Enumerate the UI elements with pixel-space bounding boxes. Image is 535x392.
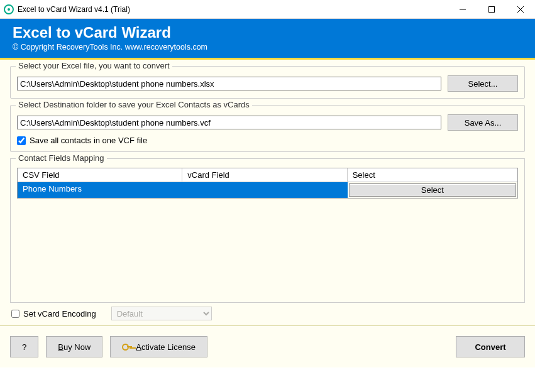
app-header: Excel to vCard Wizard © Copyright Recove… (0, 19, 535, 60)
table-header: CSV Field vCard Field Select (18, 168, 517, 182)
cell-select: Select (348, 182, 517, 198)
encoding-label-text: Set vCard Encoding (23, 309, 96, 318)
activate-license-button[interactable]: Activate License (110, 336, 207, 357)
col-vcard-field[interactable]: vCard Field (182, 168, 347, 182)
mapping-legend: Contact Fields Mapping (16, 153, 107, 163)
maximize-button[interactable] (477, 0, 506, 19)
app-title: Excel to vCard Wizard (13, 24, 522, 41)
encoding-checkbox-label[interactable]: Set vCard Encoding (11, 309, 96, 318)
buy-now-button[interactable]: Buy Now (46, 336, 102, 357)
encoding-select: Default (111, 307, 212, 320)
titlebar: Excel to vCard Wizard v4.1 (Trial) (0, 0, 535, 19)
mapping-group: Contact Fields Mapping CSV Field vCard F… (10, 158, 525, 303)
cell-csv-field: Phone Numbers (18, 182, 182, 198)
source-path-input[interactable] (17, 77, 441, 90)
app-icon (4, 4, 14, 14)
close-button[interactable] (506, 0, 535, 19)
row-select-button[interactable]: Select (349, 183, 516, 197)
activate-rest: ctivate License (141, 342, 196, 352)
svg-rect-1 (489, 6, 495, 12)
save-as-button[interactable]: Save As... (448, 114, 518, 131)
source-legend: Select your Excel file, you want to conv… (16, 61, 172, 70)
window-title: Excel to vCard Wizard v4.1 (Trial) (18, 5, 448, 14)
select-file-button[interactable]: Select... (448, 75, 518, 92)
footer: ? Buy Now Activate License Convert (0, 325, 535, 368)
destination-group: Select Destination folder to save your E… (10, 105, 525, 152)
copyright-text: © Copyright RecoveryTools Inc. www.recov… (13, 43, 522, 52)
col-csv-field[interactable]: CSV Field (18, 168, 182, 182)
table-row[interactable]: Phone Numbers Select (18, 182, 517, 198)
minimize-button[interactable] (448, 0, 477, 19)
destination-legend: Select Destination folder to save your E… (16, 100, 252, 109)
set-encoding-checkbox[interactable] (11, 310, 19, 318)
convert-button[interactable]: Convert (456, 336, 525, 357)
cell-vcard-field (182, 182, 347, 198)
main-content: Select your Excel file, you want to conv… (0, 60, 535, 325)
source-group: Select your Excel file, you want to conv… (10, 66, 525, 99)
help-button[interactable]: ? (10, 336, 38, 357)
encoding-row: Set vCard Encoding Default (10, 303, 525, 323)
buy-now-rest: uy Now (63, 342, 91, 352)
save-all-one-vcf-label: Save all contacts in one VCF file (30, 136, 147, 145)
mapping-table: CSV Field vCard Field Select Phone Numbe… (17, 168, 518, 199)
destination-path-input[interactable] (17, 116, 441, 129)
save-all-one-vcf-checkbox[interactable] (17, 136, 26, 145)
key-icon (122, 342, 132, 351)
col-select[interactable]: Select (348, 168, 517, 182)
